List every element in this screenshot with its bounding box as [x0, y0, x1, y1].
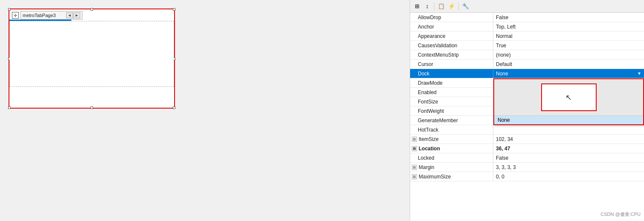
prop-row-contextmenustrip[interactable]: ContextMenuStrip (none) [410, 50, 644, 60]
cursor-icon: ↖ [565, 93, 572, 102]
tab-header: ✛ metroTabPage3 ◄ ► [9, 9, 174, 20]
expand-icon-itemsize[interactable]: ⊞ [412, 137, 417, 142]
prop-name-dock: Dock [410, 69, 493, 78]
prop-value-hottrack [493, 125, 644, 134]
properties-table: AllowDrop False Anchor Top, Left Appeara… [410, 13, 644, 221]
prop-row-locked[interactable]: Locked False [410, 153, 644, 163]
prop-value-anchor: Top, Left [493, 22, 644, 31]
prop-name-maximumsize: ⊞MaximumSize [410, 172, 493, 181]
move-icon[interactable]: ✛ [12, 12, 19, 19]
handle-bot-right [173, 106, 175, 109]
tab-nav-prev-button[interactable]: ◄ [66, 12, 73, 18]
prop-name-enabled: Enabled [410, 88, 493, 97]
prop-name-anchor: Anchor [410, 22, 493, 31]
expand-icon-maximumsize[interactable]: ⊞ [412, 174, 417, 179]
prop-name-margin: ⊞Margin [410, 163, 493, 172]
prop-name-appearance: Appearance [410, 32, 493, 40]
toolbar-separator-2 [458, 3, 459, 10]
prop-value-cursor: Default [493, 60, 644, 69]
prop-name-itemsize: ⊞ItemSize [410, 135, 493, 144]
prop-name-drawmode: DrawMode [410, 78, 493, 87]
prop-name-location: ⊞Location [410, 144, 493, 153]
prop-row-dock[interactable]: Dock None ▼ ↖ None [410, 69, 644, 78]
dock-value-text: None [496, 71, 508, 77]
prop-row-maximumsize[interactable]: ⊞MaximumSize 0, 0 [410, 172, 644, 181]
categorized-icon[interactable]: ⊞ [413, 2, 421, 11]
settings-icon[interactable]: 🔧 [461, 2, 470, 11]
prop-name-cursor: Cursor [410, 60, 493, 69]
dock-visual-box: ↖ [541, 83, 597, 111]
prop-row-itemsize[interactable]: ⊞ItemSize 102, 34 [410, 135, 644, 144]
events-icon[interactable]: ⚡ [447, 2, 456, 11]
handle-bot-left [8, 106, 11, 109]
toolbar-separator-1 [434, 3, 434, 10]
designer-panel: ✛ metroTabPage3 ◄ ► [0, 0, 410, 221]
dock-none-option[interactable]: None [494, 115, 643, 124]
prop-name-allowdrop: AllowDrop [410, 13, 493, 22]
prop-name-fontweight: FontWeight [410, 106, 493, 115]
prop-value-location: 36, 47 [493, 144, 644, 153]
tab-label-text: metroTabPage3 [23, 13, 66, 18]
watermark: CSDN @傻童:CPU [600, 211, 641, 218]
prop-row-location[interactable]: ⊞Location 36, 47 [410, 144, 644, 153]
prop-value-contextmenustrip: (none) [493, 50, 644, 59]
prop-name-locked: Locked [410, 153, 493, 162]
prop-value-causesvalidation: True [493, 41, 644, 50]
prop-value-itemsize: 102, 34 [493, 135, 644, 144]
dock-dropdown[interactable]: ↖ None [493, 78, 644, 125]
prop-value-appearance: Normal [493, 32, 644, 40]
prop-name-generatemember: GenerateMember [410, 116, 493, 125]
dock-visual-area: ↖ [494, 79, 643, 115]
tab-nav-next-button[interactable]: ► [73, 12, 80, 18]
expand-icon-location[interactable]: ⊞ [412, 146, 417, 151]
tab-control[interactable]: ✛ metroTabPage3 ◄ ► [9, 9, 175, 109]
prop-value-allowdrop: False [493, 13, 644, 22]
prop-name-hottrack: HotTrack [410, 125, 493, 134]
prop-name-contextmenustrip: ContextMenuStrip [410, 50, 493, 59]
prop-value-maximumsize: 0, 0 [493, 172, 644, 181]
prop-value-dock[interactable]: None ▼ ↖ None [493, 69, 644, 78]
prop-value-locked: False [493, 153, 644, 162]
tab-content-area [9, 21, 174, 87]
alphabetical-icon[interactable]: ↕ [423, 2, 431, 11]
prop-name-causesvalidation: CausesValidation [410, 41, 493, 50]
handle-bot-mid [90, 106, 93, 109]
tab-label-row[interactable]: metroTabPage3 ◄ ► [20, 11, 82, 20]
prop-row-anchor[interactable]: Anchor Top, Left [410, 22, 644, 32]
expand-icon-margin[interactable]: ⊞ [412, 165, 417, 170]
dock-dropdown-arrow[interactable]: ▼ [637, 71, 641, 76]
prop-row-cursor[interactable]: Cursor Default [410, 60, 644, 69]
prop-row-appearance[interactable]: Appearance Normal [410, 32, 644, 41]
prop-value-margin: 3, 3, 3, 3 [493, 163, 644, 172]
properties-icon[interactable]: 📋 [437, 2, 446, 11]
props-toolbar: ⊞ ↕ 📋 ⚡ 🔧 [410, 0, 644, 13]
prop-name-fontsize: FontSize [410, 97, 493, 106]
properties-panel: ⊞ ↕ 📋 ⚡ 🔧 AllowDrop False Anchor Top, Le… [410, 0, 644, 221]
prop-row-causesvalidation[interactable]: CausesValidation True [410, 41, 644, 50]
prop-row-hottrack[interactable]: HotTrack [410, 125, 644, 135]
prop-row-allowdrop[interactable]: AllowDrop False [410, 13, 644, 22]
prop-row-margin[interactable]: ⊞Margin 3, 3, 3, 3 [410, 163, 644, 172]
